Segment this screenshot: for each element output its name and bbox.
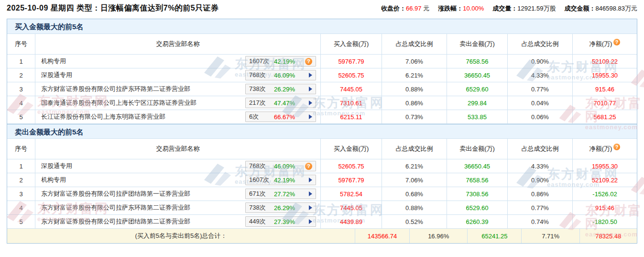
branch-name: 机构专用 [41, 57, 66, 66]
expand-arrow-icon[interactable] [309, 205, 312, 210]
trade-count-badge[interactable]: 1607次42.19%? [245, 56, 316, 67]
column-header: 序号 [7, 139, 35, 159]
column-header: 交易营业部名称 [35, 34, 320, 54]
table-row: 1机构专用1607次42.19%?59767.797.06%7658.560.9… [7, 55, 637, 68]
expand-arrow-icon[interactable] [309, 178, 312, 182]
trade-count: 671次 [249, 190, 274, 198]
expand-arrow-icon[interactable] [309, 101, 312, 105]
buy-ratio: 7.06% [382, 173, 447, 187]
branch-name: 机构专用 [41, 176, 66, 184]
buy-ratio: 0.86% [382, 96, 447, 110]
column-header-label: 卖出金额(万) [459, 145, 495, 153]
table-row: 2深股通专用768次46.09%52605.756.21%36650.454.3… [7, 68, 637, 82]
net-amount: 15955.30 [572, 68, 637, 82]
win-rate: 42.19% [274, 177, 309, 184]
column-header: 卖出金额(万) [447, 34, 507, 54]
branch-name-cell: 东方财富证券股份有限公司拉萨东环路第二证券营业部738次26.29% [35, 201, 320, 214]
column-header: 序号 [7, 34, 35, 54]
column-header-label: 净额(万) [589, 40, 612, 48]
win-rate: 27.72% [274, 190, 309, 198]
column-header-label: 序号 [15, 40, 27, 48]
sell-amount: 36650.45 [447, 68, 507, 82]
branch-name-cell: 机构专用1607次42.19% [35, 173, 320, 187]
sell-amount: 36650.45 [447, 159, 507, 173]
column-header-label: 序号 [15, 145, 27, 153]
row-index: 1 [7, 159, 35, 173]
buy-amount: 59767.79 [320, 55, 382, 68]
column-header-label: 买入金额(万) [334, 40, 369, 48]
buy-amount: 7445.05 [320, 82, 382, 96]
help-icon[interactable]: ? [613, 144, 620, 150]
column-header: 占总成交比例 [382, 34, 447, 54]
win-rate: 42.19% [274, 58, 305, 65]
trade-count-badge[interactable]: 217次47.47% [245, 98, 316, 108]
column-header-label: 占总成交比例 [522, 40, 559, 48]
trade-count: 768次 [249, 162, 274, 170]
win-rate: 46.09% [274, 163, 305, 170]
expand-arrow-icon[interactable] [309, 87, 312, 91]
lhb-trade-detail-page: 2025-10-09 星期四 类型：日涨幅偏离值达到7%的前5只证券 收盘价：6… [0, 0, 644, 257]
branch-name: 深股通专用 [41, 162, 72, 170]
stat-value: 12921.59万股 [517, 5, 556, 12]
branch-name-cell: 国泰海通证券股份有限公司上海长宁区江苏路证券营业部217次47.47% [35, 96, 320, 110]
trade-count-badge[interactable]: 449次27.39% [245, 216, 316, 227]
expand-arrow-icon[interactable] [309, 191, 312, 196]
table-row: 3东方财富证券股份有限公司拉萨团结路第一证券营业部671次27.72%5782.… [7, 187, 637, 201]
net-amount: 52109.22 [572, 55, 637, 68]
trade-count: 768次 [249, 71, 274, 79]
expand-arrow-icon[interactable] [309, 73, 312, 78]
buy-ratio: 0.68% [382, 187, 447, 201]
trade-count: 217次 [249, 99, 274, 107]
buy-amount: 5782.54 [320, 187, 382, 201]
win-rate: 26.29% [274, 204, 309, 212]
branch-name: 东方财富证券股份有限公司拉萨东环路第二证券营业部 [41, 85, 190, 93]
win-rate: 26.29% [274, 86, 309, 93]
lhb-tables: 买入金额最大的前5名序号交易营业部名称买入金额(万)占总成交比例卖出金额(万)占… [7, 19, 637, 244]
branch-name-cell: 长江证券股份有限公司上海东明路证券营业部6次66.67% [35, 110, 320, 123]
branch-name-cell: 深股通专用768次46.09%? [35, 159, 320, 173]
help-icon[interactable]: ? [305, 58, 312, 65]
buy-amount: 7445.05 [320, 201, 382, 214]
column-header-label: 交易营业部名称 [156, 145, 200, 153]
sell-ratio: 4.33% [507, 159, 572, 173]
trade-count-badge[interactable]: 671次27.72% [245, 189, 316, 199]
net-amount: 915.46 [572, 82, 637, 96]
buy-ratio: 7.06% [382, 55, 447, 68]
trade-count-badge[interactable]: 768次46.09%? [245, 161, 316, 171]
branch-name-cell: 东方财富证券股份有限公司拉萨团结路第二证券营业部449次27.39% [35, 215, 320, 228]
column-header-label: 卖出金额(万) [459, 40, 495, 48]
trade-count: 6次 [249, 112, 274, 121]
stat-value: 66.97 [406, 5, 422, 12]
trade-count: 738次 [249, 85, 274, 93]
branch-name-cell: 机构专用1607次42.19%? [35, 55, 320, 68]
trade-count-badge[interactable]: 768次46.09% [245, 70, 316, 80]
branch-name: 长江证券股份有限公司上海东明路证券营业部 [41, 112, 165, 121]
trade-count-badge[interactable]: 6次66.67% [245, 112, 316, 122]
help-icon[interactable]: ? [613, 39, 620, 45]
column-header: 净额(万)? [572, 34, 637, 54]
total-buy-amount: 143566.74 [355, 229, 409, 243]
row-index: 1 [7, 55, 35, 68]
sell-ratio: 0.04% [507, 96, 572, 110]
trade-count-badge[interactable]: 738次26.29% [245, 84, 316, 94]
buy-amount: 52605.75 [320, 159, 382, 173]
row-index: 2 [7, 173, 35, 187]
trade-count-badge[interactable]: 1607次42.19% [245, 175, 316, 185]
trade-count: 1607次 [249, 176, 274, 184]
net-amount: 15955.30 [572, 159, 637, 173]
column-header: 占总成交比例 [507, 139, 572, 159]
stat-label: 成交量： [492, 5, 517, 12]
total-sell-amount: 65241.25 [467, 229, 521, 243]
help-icon[interactable]: ? [305, 163, 312, 170]
sell-amount: 6529.60 [447, 82, 507, 96]
sell-ratio: 0.77% [507, 201, 572, 214]
expand-arrow-icon[interactable] [309, 114, 312, 119]
column-header-label: 占总成交比例 [522, 145, 559, 153]
total-label-cell: (买入前5名与卖出前5名)总合计： [7, 229, 355, 243]
trade-count-badge[interactable]: 738次26.29% [245, 202, 316, 213]
section-title: 卖出金额最大的前5名 [7, 124, 637, 139]
buy-ratio: 0.88% [382, 82, 447, 96]
win-rate: 27.39% [274, 218, 309, 225]
buy-amount: 59767.79 [320, 173, 382, 187]
expand-arrow-icon[interactable] [309, 219, 312, 224]
